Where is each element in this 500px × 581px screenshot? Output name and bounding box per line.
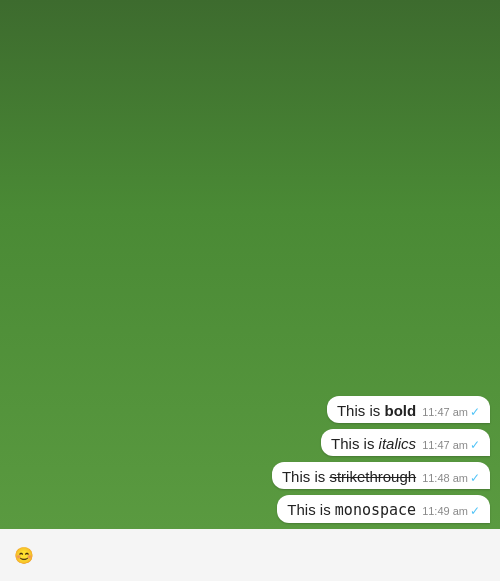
message-meta-4: 11:49 am ✓	[422, 504, 480, 518]
message-text-mono: This is monospace	[287, 501, 416, 519]
message-meta-2: 11:47 am ✓	[422, 438, 480, 452]
check-icon-2: ✓	[470, 438, 480, 452]
message-italic: This is italics 11:47 am ✓	[321, 429, 490, 456]
input-bar: 😊	[0, 529, 500, 581]
message-time-2: 11:47 am	[422, 439, 468, 451]
chat-area: This is bold 11:47 am ✓ This is italics …	[0, 0, 500, 529]
check-icon-3: ✓	[470, 471, 480, 485]
emoji-icon: 😊	[14, 546, 34, 565]
check-icon-4: ✓	[470, 504, 480, 518]
message-meta-3: 11:48 am ✓	[422, 471, 480, 485]
check-icon-1: ✓	[470, 405, 480, 419]
message-text-strike: This is strikethrough	[282, 468, 416, 485]
message-meta-1: 11:47 am ✓	[422, 405, 480, 419]
message-time-4: 11:49 am	[422, 505, 468, 517]
message-time-1: 11:47 am	[422, 406, 468, 418]
message-strike: This is strikethrough 11:48 am ✓	[272, 462, 490, 489]
message-bold: This is bold 11:47 am ✓	[327, 396, 490, 423]
message-text-bold: This is bold	[337, 402, 416, 419]
message-text-italic: This is italics	[331, 435, 416, 452]
emoji-button[interactable]: 😊	[8, 539, 40, 571]
message-mono: This is monospace 11:49 am ✓	[277, 495, 490, 523]
message-time-3: 11:48 am	[422, 472, 468, 484]
